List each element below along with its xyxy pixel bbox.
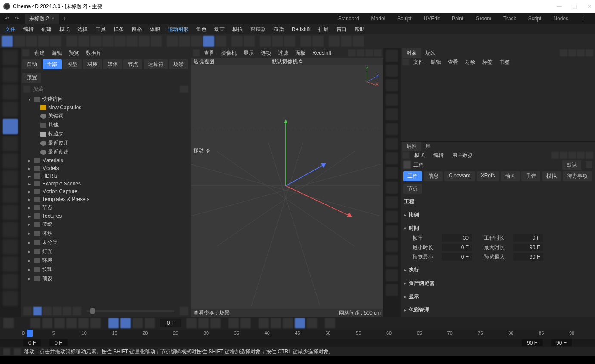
asset-menu-database[interactable]: 数据库 [83, 49, 104, 58]
range-start-2[interactable]: 0 F [49, 339, 67, 346]
pmin-input[interactable]: 0 F [442, 253, 472, 261]
toolbar-icon[interactable] [215, 36, 226, 47]
timeline-ruler[interactable]: 051015202530354045505560657075808590 [23, 330, 572, 339]
menu-tracker[interactable]: 跟踪器 [247, 25, 269, 34]
rail-icon[interactable] [386, 255, 398, 267]
rail-icon[interactable] [386, 50, 398, 62]
panel-menu-icon[interactable] [22, 49, 29, 56]
preset-menu-icon[interactable] [586, 161, 592, 168]
layout-uvedit[interactable]: UVEdit [424, 15, 440, 22]
duration-input[interactable]: 0 F [513, 234, 543, 242]
rail-icon[interactable] [386, 225, 398, 238]
tl-btn[interactable] [283, 318, 293, 328]
tree-item[interactable]: 最近使用 [22, 139, 189, 148]
tree-item[interactable]: ▸HDRIs [22, 172, 189, 180]
rail-icon[interactable] [386, 94, 398, 106]
section-time[interactable]: ▾时间 [404, 223, 592, 233]
add-tab-button[interactable]: + [62, 15, 66, 22]
tree-item[interactable]: ▸未分类 [22, 238, 189, 247]
toolbar-icon[interactable] [2, 36, 13, 47]
document-tab[interactable]: 未标题 2 × [25, 14, 59, 24]
view-mode-icon[interactable] [33, 307, 42, 315]
tree-item[interactable]: ▸节点 [22, 203, 189, 212]
tl-btn[interactable] [145, 318, 155, 328]
obj-menu-edit[interactable]: 编辑 [428, 58, 444, 67]
layout-track[interactable]: Track [503, 15, 516, 22]
tree-item[interactable]: ▸预设 [22, 274, 189, 283]
rail-tool-icon[interactable] [3, 256, 18, 272]
history-forward-icon[interactable]: ↷ [13, 14, 22, 23]
toolbar-icon[interactable] [203, 36, 214, 47]
rail-tool-icon[interactable] [3, 239, 18, 255]
menu-volume[interactable]: 体积 [146, 25, 163, 34]
menu-render[interactable]: 渲染 [270, 25, 287, 34]
tl-end-icon[interactable] [90, 318, 101, 328]
rail-tool-icon[interactable] [3, 50, 18, 65]
rail-icon[interactable] [386, 182, 398, 194]
menu-mesh[interactable]: 网格 [128, 25, 145, 34]
view-mode-icon[interactable] [73, 307, 81, 315]
vp-menu-camera[interactable]: 摄像机 [219, 49, 239, 58]
tl-btn[interactable] [210, 318, 221, 328]
asset-menu-create[interactable]: 创建 [32, 49, 47, 58]
object-tree-area[interactable] [401, 66, 595, 141]
vp-menu-options[interactable]: 选项 [258, 49, 274, 58]
current-frame-display[interactable]: 0 F [160, 319, 181, 327]
view-mode-icon[interactable] [23, 307, 32, 315]
layout-model[interactable]: Model [371, 15, 385, 22]
layout-groom[interactable]: Groom [475, 15, 491, 22]
rail-tool-icon[interactable] [3, 170, 18, 186]
rail-icon[interactable] [386, 284, 398, 296]
vp-nav-icon[interactable] [374, 49, 382, 56]
toolbar-icon[interactable] [353, 36, 364, 47]
rail-icon[interactable] [386, 65, 398, 77]
tl-playback-icon[interactable] [54, 318, 65, 328]
menu-file[interactable]: 文件 [2, 25, 19, 34]
rail-icon[interactable] [386, 269, 398, 281]
tl-btn[interactable] [295, 318, 305, 328]
atab-sim[interactable]: 模拟 [542, 171, 561, 181]
toolbar-icon[interactable] [90, 36, 102, 47]
toolbar-icon[interactable] [260, 36, 271, 47]
rail-tool-icon[interactable] [3, 84, 18, 100]
layout-paint[interactable]: Paint [452, 15, 463, 22]
layout-more-icon[interactable]: ⋮ [580, 15, 585, 22]
atab-bullet[interactable]: 子弹 [521, 171, 540, 181]
tab-attributes[interactable]: 属性 [402, 142, 421, 151]
layout-nodes[interactable]: Nodes [553, 15, 568, 22]
obj-menu-tags[interactable]: 标签 [480, 58, 495, 67]
menu-window[interactable]: 窗口 [333, 25, 350, 34]
rail-move-tool-icon[interactable] [3, 119, 18, 134]
filter-node[interactable]: 节点 [123, 59, 142, 69]
menu-animate[interactable]: 动画 [211, 25, 228, 34]
tree-quick-access[interactable]: ▾快速访问 [22, 95, 189, 104]
rail-icon[interactable] [386, 79, 398, 91]
toolbar-icon[interactable] [191, 36, 202, 47]
rail-icon[interactable] [386, 196, 398, 208]
menu-edit[interactable]: 编辑 [20, 25, 37, 34]
asset-menu-preview[interactable]: 预览 [66, 49, 82, 58]
close-button[interactable]: ✕ [587, 3, 592, 9]
vp-menu-view[interactable]: 查看 [201, 49, 217, 58]
tl-btn[interactable] [259, 318, 269, 328]
tree-item[interactable]: ▸Materials [22, 157, 189, 164]
rail-tool-icon[interactable] [3, 153, 18, 169]
toolbar-icon[interactable] [179, 36, 190, 47]
view-mode-icon[interactable] [53, 307, 62, 315]
atab-project[interactable]: 工程 [403, 171, 422, 181]
rail-icon[interactable] [386, 138, 398, 150]
toolbar-icon[interactable] [312, 36, 324, 47]
tree-item[interactable]: New Capsules [22, 104, 189, 111]
tree-item[interactable]: 收藏夹 [22, 130, 189, 139]
toolbar-icon[interactable] [167, 36, 178, 47]
menu-create[interactable]: 创建 [38, 25, 55, 34]
menu-simulate[interactable]: 模拟 [229, 25, 246, 34]
axis-indicator[interactable]: Y Z X [363, 69, 380, 86]
menu-help[interactable]: 帮助 [351, 25, 368, 34]
view-mode-icon[interactable] [43, 307, 52, 315]
tree-item[interactable]: ▸Motion Capture [22, 188, 189, 195]
asset-menu-edit[interactable]: 编辑 [49, 49, 65, 58]
menu-redshift[interactable]: Redshift [288, 25, 314, 33]
filter-all[interactable]: 全部 [43, 59, 62, 69]
rail-tool-icon[interactable] [3, 291, 18, 306]
